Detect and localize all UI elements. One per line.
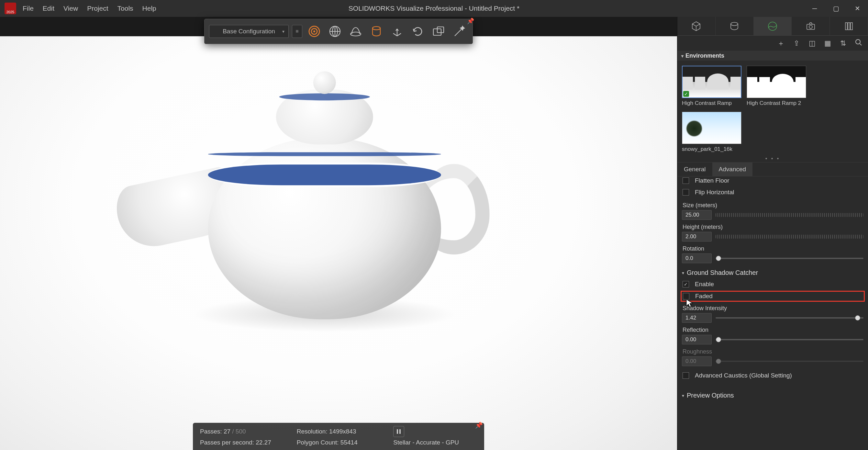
environment-label: snowy_park_01_16k [682, 144, 741, 152]
ground-shadow-header[interactable]: Ground Shadow Catcher [682, 263, 864, 278]
svg-point-6 [373, 27, 380, 30]
subtab-advanced[interactable]: Advanced [712, 162, 753, 176]
roughness-input: 0.00 [682, 356, 712, 366]
window-controls: ─ ▢ ✕ [804, 0, 868, 17]
flatten-floor-label: Flatten Floor [695, 177, 730, 184]
grid-view-button[interactable]: ▦ [823, 39, 832, 48]
tab-scenes[interactable] [754, 17, 792, 35]
flip-horizontal-label: Flip Horizontal [695, 189, 734, 196]
menu-project[interactable]: Project [87, 4, 108, 12]
toolbar-pin-icon[interactable]: 📌 [467, 17, 474, 25]
status-pin-icon[interactable]: 📌 [475, 421, 483, 429]
renderer-label: Stellar - Accurate - GPU [393, 439, 477, 446]
viewport: Base Configuration ≡ [0, 17, 677, 450]
axis-icon[interactable] [389, 23, 406, 40]
title-bar: 2025 File Edit View Project Tools Help S… [0, 0, 868, 17]
wand-icon[interactable] [451, 23, 468, 40]
sort-button[interactable]: ⇅ [839, 39, 847, 48]
height-input[interactable]: 2.00 [682, 232, 712, 241]
cylinder-icon[interactable] [368, 23, 385, 40]
svg-rect-8 [437, 27, 444, 33]
size-scrubber[interactable] [716, 213, 864, 217]
add-button[interactable]: ＋ [777, 38, 785, 48]
advanced-caustics-checkbox[interactable] [683, 372, 689, 379]
reflection-input[interactable]: 0.00 [682, 335, 712, 344]
shadow-intensity-input[interactable]: 1.42 [682, 313, 712, 323]
pause-render-button[interactable] [393, 426, 404, 437]
tab-models[interactable] [677, 17, 716, 35]
height-scrubber[interactable] [716, 235, 864, 239]
svg-rect-16 [848, 23, 850, 30]
panel-resize-handle[interactable]: • • • [677, 156, 868, 162]
panel-category-tabs [677, 17, 868, 36]
menu-view[interactable]: View [63, 4, 78, 12]
preview-options-header[interactable]: Preview Options [682, 386, 864, 401]
svg-rect-17 [850, 23, 852, 30]
faded-option-highlight: Faded [681, 291, 865, 302]
menu-bar: File Edit View Project Tools Help [23, 4, 156, 12]
app-logo: 2025 [4, 3, 16, 14]
environments-grid: ✓ High Contrast Ramp High Contrast Ramp … [677, 61, 868, 156]
teapot-model [208, 138, 441, 319]
rotation-label: Rotation [682, 241, 864, 253]
faded-label: Faded [695, 293, 713, 300]
shadow-intensity-slider[interactable] [716, 317, 864, 319]
subtab-general[interactable]: General [677, 162, 712, 176]
polycount-stat: Polygon Count: 55414 [297, 439, 381, 446]
active-check-icon: ✓ [683, 91, 689, 97]
minimize-button[interactable]: ─ [804, 0, 825, 17]
snapshot-icon[interactable] [430, 23, 447, 40]
rotation-slider[interactable] [716, 258, 864, 259]
roughness-slider [716, 361, 864, 362]
menu-edit[interactable]: Edit [43, 4, 54, 12]
svg-rect-10 [399, 429, 401, 434]
reflection-slider[interactable] [716, 339, 864, 340]
flatten-floor-checkbox[interactable] [683, 177, 689, 184]
svg-point-14 [809, 25, 812, 29]
tab-libraries[interactable] [830, 17, 868, 35]
rotation-input[interactable]: 0.0 [682, 253, 712, 263]
height-label: Height (meters) [682, 220, 864, 232]
passes-stat: Passes: 27 / 500 [200, 428, 284, 435]
right-panel: ＋ ⇪ ◫ ▦ ⇅ Environments ✓ High Contrast R… [677, 17, 868, 450]
refresh-icon[interactable] [409, 23, 427, 40]
environment-item[interactable]: ✓ High Contrast Ramp [682, 66, 741, 107]
menu-tools[interactable]: Tools [118, 4, 133, 12]
configuration-dropdown[interactable]: Base Configuration [209, 25, 289, 38]
configuration-list-button[interactable]: ≡ [292, 25, 302, 38]
environments-section-header[interactable]: Environments [677, 51, 868, 61]
split-view-button[interactable]: ◫ [808, 39, 816, 48]
svg-rect-9 [397, 429, 398, 434]
environment-item[interactable]: snowy_park_01_16k [682, 112, 741, 152]
import-button[interactable]: ⇪ [792, 39, 801, 48]
tab-appearances[interactable] [716, 17, 754, 35]
resolution-stat: Resolution: 1499x843 [297, 428, 381, 435]
environment-item[interactable]: High Contrast Ramp 2 [747, 66, 806, 107]
viewport-toolbar: Base Configuration ≡ [204, 19, 473, 44]
svg-rect-15 [845, 23, 847, 30]
turntable-icon[interactable] [347, 23, 364, 40]
render-status-bar: 📌 Passes: 27 / 500 Resolution: 1499x843 … [193, 423, 484, 450]
faded-checkbox[interactable] [683, 293, 689, 299]
globe-split-icon[interactable] [326, 23, 344, 40]
size-input[interactable]: 25.00 [682, 210, 712, 220]
svg-point-2 [313, 30, 315, 32]
reflection-label: Reflection [682, 323, 864, 335]
roughness-label: Roughness [682, 344, 864, 356]
search-button[interactable] [855, 39, 863, 48]
menu-help[interactable]: Help [143, 4, 156, 12]
svg-point-11 [731, 22, 738, 26]
enable-ground-shadow-checkbox[interactable] [683, 281, 689, 288]
render-target-icon[interactable] [306, 23, 323, 40]
close-button[interactable]: ✕ [847, 0, 868, 17]
menu-file[interactable]: File [23, 4, 34, 12]
svg-point-18 [856, 39, 860, 44]
advanced-caustics-label: Advanced Caustics (Global Setting) [695, 372, 792, 379]
flip-horizontal-checkbox[interactable] [683, 189, 689, 196]
window-title: SOLIDWORKS Visualize Professional - Unti… [348, 4, 520, 12]
render-canvas[interactable] [0, 36, 677, 450]
tab-cameras[interactable] [792, 17, 830, 35]
mouse-cursor-icon [685, 299, 694, 307]
maximize-button[interactable]: ▢ [825, 0, 847, 17]
panel-toolbar: ＋ ⇪ ◫ ▦ ⇅ [677, 36, 868, 51]
